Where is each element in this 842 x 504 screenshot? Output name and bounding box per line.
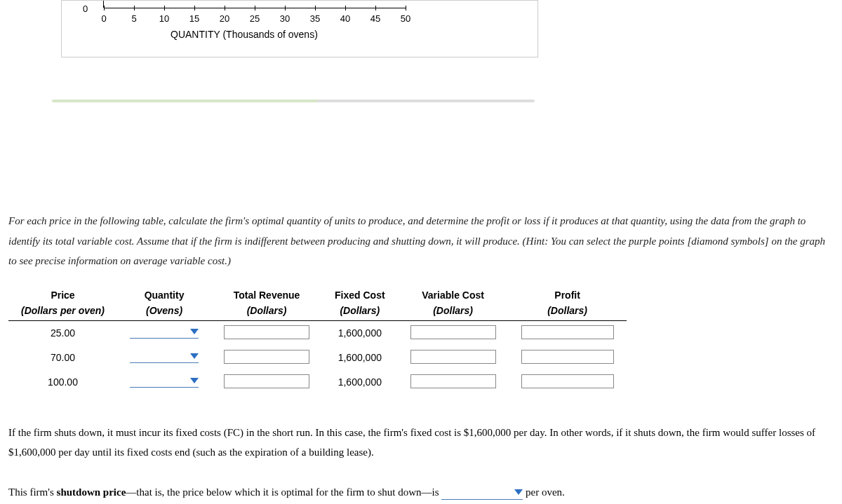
x-tick: 15: [189, 13, 199, 24]
col-variable: Variable Cost: [398, 287, 509, 302]
x-tick: 45: [370, 13, 380, 24]
sub-variable: (Dollars): [398, 302, 509, 321]
x-tick: 0: [101, 13, 106, 24]
x-axis-title: QUANTITY (Thousands of ovens): [171, 29, 318, 40]
text: This firm's: [8, 486, 57, 498]
table-row: 25.00 1,600,000: [8, 320, 627, 346]
text: —that is, the price below which it is op…: [126, 486, 441, 498]
revenue-input[interactable]: [224, 325, 309, 339]
profit-input[interactable]: [521, 374, 614, 388]
table-row: 70.00 1,600,000: [8, 346, 627, 370]
profit-input[interactable]: [521, 350, 614, 364]
quantity-dropdown[interactable]: [130, 374, 199, 388]
x-tick: 35: [310, 13, 320, 24]
fixed-cell: 1,600,000: [322, 320, 398, 346]
x-tick: 25: [250, 13, 260, 24]
quantity-dropdown[interactable]: [130, 350, 199, 363]
chart-fragment: 0 0 5 10 15 20 25 30 35 40 45 50 QUANTIT…: [61, 0, 538, 57]
quantity-dropdown[interactable]: [130, 325, 199, 339]
revenue-input[interactable]: [224, 374, 309, 388]
chevron-down-icon: [190, 378, 199, 383]
chevron-down-icon: [514, 489, 523, 495]
fixed-cell: 1,600,000: [322, 346, 398, 370]
variable-input[interactable]: [410, 374, 496, 388]
profit-input[interactable]: [521, 325, 614, 339]
x-tick: 40: [340, 13, 350, 24]
price-cell: 70.00: [8, 346, 117, 370]
chevron-down-icon: [190, 353, 199, 359]
col-profit: Profit: [509, 287, 627, 302]
x-tick: 10: [159, 13, 169, 24]
x-tick: 20: [220, 13, 229, 24]
sub-fixed: (Dollars): [322, 302, 398, 321]
price-cell: 100.00: [8, 370, 117, 395]
shutdown-bold: shutdown price: [57, 486, 126, 498]
cost-table: Price Quantity Total Revenue Fixed Cost …: [8, 287, 627, 395]
scrollbar[interactable]: [52, 100, 535, 102]
instructions-text: For each price in the following table, c…: [8, 211, 834, 271]
shutdown-price-line: This firm's shutdown price—that is, the …: [8, 482, 834, 503]
variable-input[interactable]: [410, 325, 496, 339]
shutdown-price-dropdown[interactable]: [441, 486, 523, 500]
sub-quantity: (Ovens): [117, 302, 211, 321]
price-cell: 25.00: [8, 320, 117, 346]
col-revenue: Total Revenue: [211, 287, 322, 302]
sub-profit: (Dollars): [509, 302, 627, 321]
table-row: 100.00 1,600,000: [8, 370, 627, 395]
sub-revenue: (Dollars): [211, 302, 322, 321]
col-price: Price: [8, 287, 117, 302]
variable-input[interactable]: [410, 350, 496, 364]
y-tick-0: 0: [83, 4, 88, 14]
chevron-down-icon: [190, 329, 199, 334]
fixed-cell: 1,600,000: [322, 370, 398, 395]
text: per oven.: [523, 486, 565, 498]
sub-price: (Dollars per oven): [8, 302, 117, 321]
x-tick: 50: [401, 13, 410, 24]
x-tick: 5: [131, 13, 136, 24]
revenue-input[interactable]: [224, 350, 309, 364]
col-fixed: Fixed Cost: [322, 287, 398, 302]
shutdown-explanation: If the firm shuts down, it must incur it…: [8, 423, 834, 463]
x-tick: 30: [280, 13, 290, 24]
col-quantity: Quantity: [117, 287, 211, 302]
